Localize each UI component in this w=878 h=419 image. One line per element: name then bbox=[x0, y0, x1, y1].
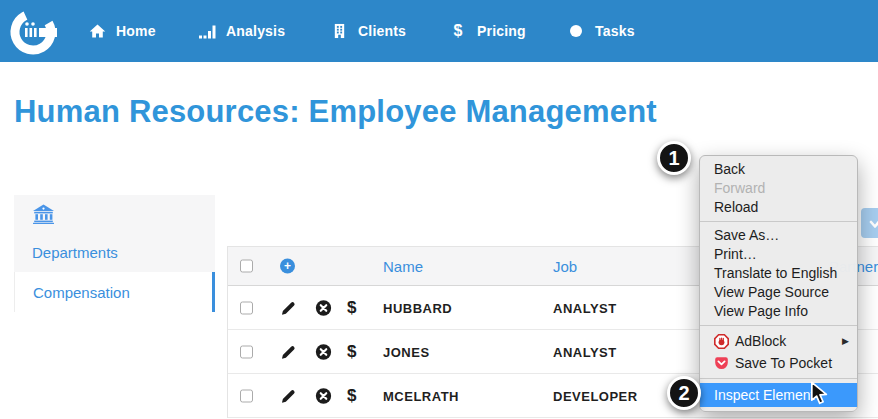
submenu-arrow-icon: ▶ bbox=[842, 332, 849, 351]
sidebar-item-label: Departments bbox=[32, 244, 118, 261]
sidebar-item-compensation[interactable]: Compensation bbox=[14, 272, 215, 312]
nav-item-label: Analysis bbox=[226, 23, 285, 39]
menu-item-reload[interactable]: Reload bbox=[700, 198, 857, 217]
employee-name: MCELRATH bbox=[383, 388, 459, 403]
nav-item-label: Home bbox=[116, 23, 156, 39]
menu-separator bbox=[700, 378, 857, 379]
sidebar-header bbox=[14, 195, 215, 233]
delete-x-icon[interactable] bbox=[315, 343, 332, 360]
sidebar-item-departments[interactable]: Departments bbox=[14, 233, 215, 272]
analysis-icon bbox=[198, 22, 216, 40]
menu-item-label: AdBlock bbox=[735, 332, 786, 351]
menu-item-label: Save To Pocket bbox=[735, 354, 832, 373]
nav-item-label: Tasks bbox=[595, 23, 635, 39]
row-checkbox[interactable] bbox=[240, 301, 253, 314]
add-plus-icon[interactable]: + bbox=[280, 259, 295, 274]
bank-icon bbox=[32, 204, 55, 224]
sidebar-item-label: Compensation bbox=[33, 284, 130, 301]
home-icon bbox=[88, 22, 106, 40]
row-checkbox[interactable] bbox=[240, 345, 253, 358]
adblock-icon bbox=[714, 334, 729, 349]
tasks-icon bbox=[567, 22, 585, 40]
menu-item-back[interactable]: Back bbox=[700, 160, 857, 179]
sidebar: Departments Compensation bbox=[14, 195, 215, 312]
context-menu: Back Forward Reload Save As… Print… Tran… bbox=[699, 155, 858, 412]
menu-item-save-to-pocket[interactable]: Save To Pocket bbox=[700, 352, 857, 374]
menu-item-print[interactable]: Print… bbox=[700, 245, 857, 264]
column-header-job[interactable]: Job bbox=[553, 258, 577, 275]
nav-item-label: Clients bbox=[358, 23, 406, 39]
salary-dollar-icon[interactable]: $ bbox=[347, 298, 356, 318]
column-header-name[interactable]: Name bbox=[383, 258, 423, 275]
edit-pencil-icon[interactable] bbox=[280, 387, 297, 404]
pricing-icon: $ bbox=[449, 22, 467, 40]
edit-pencil-icon[interactable] bbox=[280, 299, 297, 316]
employee-job: ANALYST bbox=[553, 300, 617, 315]
nav-item-tasks[interactable]: Tasks bbox=[567, 0, 635, 62]
menu-item-view-page-source[interactable]: View Page Source bbox=[700, 283, 857, 302]
nav-item-home[interactable]: Home bbox=[88, 0, 156, 62]
nav-item-pricing[interactable]: $ Pricing bbox=[449, 0, 526, 62]
menu-item-adblock[interactable]: AdBlock ▶ bbox=[700, 330, 857, 352]
menu-item-translate[interactable]: Translate to English bbox=[700, 264, 857, 283]
guru-logo-icon[interactable] bbox=[6, 3, 62, 59]
check-icon bbox=[868, 216, 878, 230]
page-title: Human Resources: Employee Management bbox=[14, 94, 657, 130]
nav-item-analysis[interactable]: Analysis bbox=[198, 0, 285, 62]
menu-item-forward: Forward bbox=[700, 179, 857, 198]
salary-dollar-icon[interactable]: $ bbox=[347, 386, 356, 406]
menu-separator bbox=[700, 325, 857, 326]
delete-x-icon[interactable] bbox=[315, 299, 332, 316]
menu-item-view-page-info[interactable]: View Page Info bbox=[700, 302, 857, 321]
mouse-cursor-icon bbox=[810, 381, 832, 405]
employee-job: DEVELOPER bbox=[553, 388, 638, 403]
row-checkbox[interactable] bbox=[240, 389, 253, 402]
callout-step-1: 1 bbox=[657, 141, 691, 175]
edit-pencil-icon[interactable] bbox=[280, 343, 297, 360]
employee-job: ANALYST bbox=[553, 344, 617, 359]
table-action-button[interactable] bbox=[861, 208, 878, 238]
menu-separator bbox=[700, 221, 857, 222]
select-all-checkbox[interactable] bbox=[240, 260, 253, 273]
callout-step-2: 2 bbox=[667, 376, 701, 410]
menu-item-inspect-element[interactable]: Inspect Element bbox=[700, 383, 857, 407]
delete-x-icon[interactable] bbox=[315, 387, 332, 404]
nav-item-clients[interactable]: Clients bbox=[330, 0, 406, 62]
nav-item-label: Pricing bbox=[477, 23, 526, 39]
pocket-icon bbox=[714, 356, 729, 371]
employee-name: JONES bbox=[383, 344, 430, 359]
salary-dollar-icon[interactable]: $ bbox=[347, 342, 356, 362]
top-navbar: Home Analysis Clients $ bbox=[0, 0, 878, 62]
clients-icon bbox=[330, 22, 348, 40]
menu-item-save-as[interactable]: Save As… bbox=[700, 226, 857, 245]
employee-name: HUBBARD bbox=[383, 300, 452, 315]
